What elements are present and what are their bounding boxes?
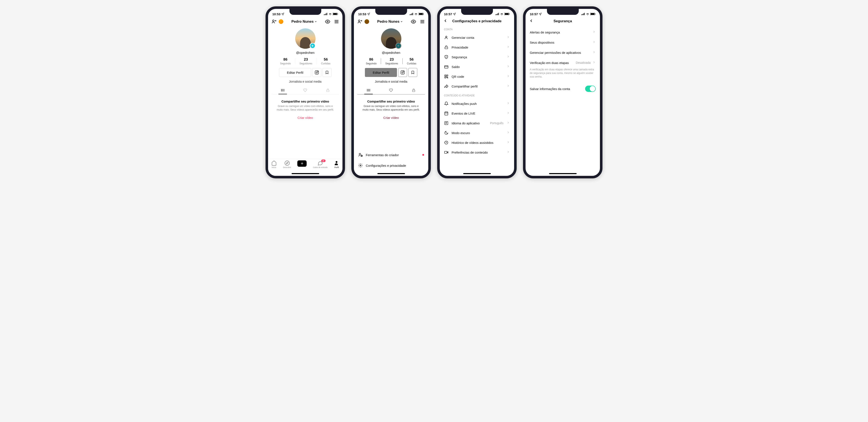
compass-icon [284, 160, 290, 166]
page-title: Segurança [529, 19, 596, 23]
item-privacy[interactable]: Privacidade [440, 42, 514, 52]
create-video-link[interactable]: Criar vídeo [276, 116, 335, 120]
wifi-icon [414, 13, 418, 15]
profile-name-dropdown[interactable]: Pedro Nunes [291, 20, 317, 24]
svg-rect-28 [412, 90, 415, 92]
item-content-prefs[interactable]: Preferências de conteúdo [440, 148, 514, 157]
chevron-right-icon [592, 40, 596, 44]
chevron-left-icon [443, 19, 448, 23]
back-button[interactable] [529, 19, 534, 24]
svg-rect-51 [582, 14, 583, 15]
chevron-right-icon [506, 101, 510, 105]
svg-rect-5 [333, 13, 337, 15]
chevron-right-icon [506, 121, 510, 124]
svg-rect-46 [445, 112, 448, 115]
username: @opedrohen [296, 51, 314, 55]
item-live-events[interactable]: Eventos de LIVE [440, 108, 514, 118]
item-push[interactable]: Notificações push [440, 99, 514, 108]
item-security[interactable]: Segurança [440, 52, 514, 62]
svg-rect-56 [595, 13, 595, 14]
security-header: Segurança [526, 18, 600, 25]
following-stat[interactable]: 86 Seguindo [276, 57, 295, 65]
svg-point-30 [360, 165, 361, 166]
instagram-button[interactable] [312, 68, 321, 77]
svg-rect-52 [583, 13, 584, 15]
svg-rect-21 [419, 13, 423, 15]
svg-rect-34 [498, 13, 499, 15]
svg-marker-14 [286, 162, 288, 164]
item-manage-account[interactable]: Gerenciar conta [440, 33, 514, 42]
home-icon [271, 160, 277, 166]
views-button[interactable] [325, 19, 330, 24]
nav-inbox[interactable]: 28 Caixa de entrada [313, 160, 328, 168]
svg-rect-12 [327, 90, 329, 92]
nav-discover[interactable]: Descobrir [283, 160, 291, 168]
svg-rect-53 [584, 13, 585, 15]
item-app-permissions[interactable]: Gerenciar permissões de aplicativos [526, 47, 600, 58]
chevron-right-icon [506, 45, 510, 48]
svg-rect-32 [497, 14, 497, 15]
chevron-down-icon [314, 20, 317, 23]
profile-tabs [272, 86, 339, 95]
chevron-left-icon [529, 19, 534, 23]
item-share-profile[interactable]: Compartilhar perfil [440, 82, 514, 91]
battery-icon [418, 13, 424, 15]
empty-title: Compartilhe seu primeiro vídeo [276, 100, 335, 103]
menu-button[interactable] [334, 19, 339, 24]
notch [461, 9, 493, 15]
status-time: 10:57 [444, 12, 452, 16]
person-star-icon [358, 153, 363, 157]
home-indicator [463, 173, 491, 174]
svg-point-24 [413, 21, 414, 22]
inbox-badge: 28 [321, 160, 326, 162]
views-button [411, 19, 416, 24]
tab-liked[interactable] [294, 86, 316, 94]
chevron-right-icon [506, 140, 510, 144]
profile-body: + @opedrohen 86 Seguindo 23 Seguidores 5… [268, 26, 342, 125]
chevron-right-icon [506, 65, 510, 68]
section-content: CONTEÚDO E ATIVIDADE [440, 91, 514, 99]
tab-posts[interactable] [272, 86, 294, 94]
item-qr[interactable]: QR code [440, 72, 514, 82]
battery-icon [504, 13, 510, 15]
chevron-right-icon [506, 35, 510, 39]
item-watch-history[interactable]: Histórico de vídeos assistidos [440, 138, 514, 148]
svg-point-23 [358, 20, 360, 22]
svg-rect-22 [424, 13, 424, 14]
followers-stat[interactable]: 23 Seguidores [295, 57, 317, 65]
nav-create[interactable]: + [297, 160, 307, 167]
bookmark-button[interactable] [322, 68, 332, 77]
sheet-creator-tools[interactable]: Ferramentas do criador [354, 150, 428, 160]
edit-profile-button[interactable]: Editar Perfil [279, 68, 311, 77]
coin-badge[interactable] [279, 19, 283, 24]
avatar[interactable]: + [295, 28, 315, 49]
tab-private[interactable] [317, 86, 339, 94]
add-friend-button[interactable] [272, 19, 277, 24]
nav-home[interactable]: Início [271, 160, 277, 168]
bio: Jornalista e social media [289, 80, 321, 83]
empty-desc: Grave ou carregue um vídeo com efeitos, … [276, 104, 335, 111]
svg-rect-2 [326, 13, 327, 15]
item-balance[interactable]: Saldo [440, 62, 514, 72]
item-language[interactable]: Idioma do aplicativo Português [440, 118, 514, 128]
svg-point-15 [336, 161, 338, 163]
item-two-step[interactable]: Verificação em duas etapas Desativada [526, 58, 600, 68]
svg-rect-47 [445, 122, 448, 125]
profile-icon [334, 160, 339, 166]
svg-rect-31 [495, 14, 496, 15]
location-icon [539, 12, 541, 15]
item-security-alerts[interactable]: Alertas de segurança [526, 27, 600, 37]
svg-rect-44 [447, 77, 447, 77]
likes-stat[interactable]: 56 Curtidas [317, 57, 335, 65]
back-button[interactable] [443, 19, 448, 24]
nav-profile[interactable]: Perfil [334, 160, 339, 168]
item-your-devices[interactable]: Seus dispositivos [526, 37, 600, 47]
page-title: Configurações e privacidade [443, 19, 511, 23]
bottom-sheet: Ferramentas do criador Configurações e p… [354, 148, 428, 176]
sheet-settings-privacy[interactable]: Configurações e privacidade [354, 160, 428, 171]
item-dark-mode[interactable]: Modo escuro [440, 128, 514, 138]
svg-rect-3 [327, 13, 328, 15]
save-info-toggle[interactable] [585, 86, 596, 92]
svg-point-38 [446, 36, 447, 37]
add-avatar-icon[interactable]: + [310, 43, 315, 49]
